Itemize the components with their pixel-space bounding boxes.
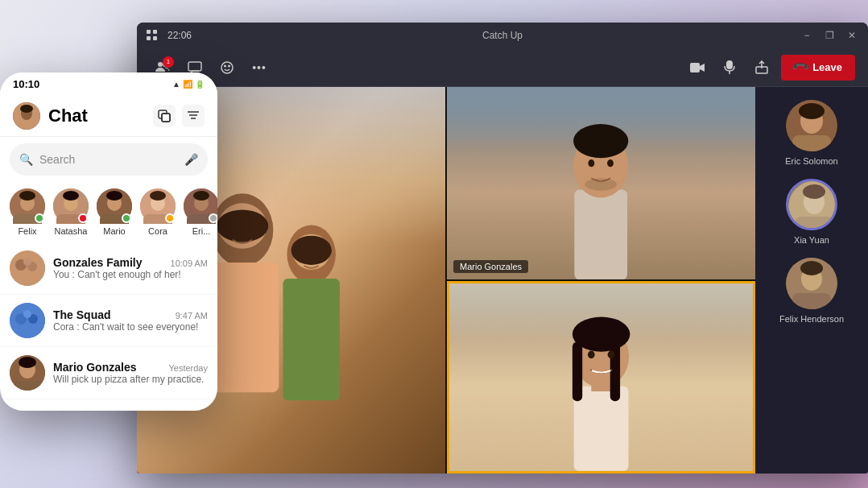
- video-area: Mario Gonzales: [137, 87, 755, 474]
- participant-xia[interactable]: Xia Yuan: [762, 179, 862, 245]
- svg-point-56: [63, 191, 79, 201]
- svg-point-38: [803, 184, 825, 199]
- chat-preview-gonzales: You : Can't get enough of her!: [53, 269, 208, 280]
- svg-rect-28: [572, 342, 582, 402]
- contact-cora[interactable]: Cora: [140, 188, 176, 236]
- contact-avatar-mario: [97, 188, 132, 224]
- contact-natasha[interactable]: Natasha: [53, 188, 89, 236]
- svg-point-77: [23, 310, 31, 318]
- svg-point-68: [193, 191, 209, 201]
- svg-point-60: [106, 191, 122, 201]
- svg-rect-39: [795, 217, 833, 230]
- chat-header: Chat: [0, 95, 217, 137]
- camera-button[interactable]: [684, 55, 710, 81]
- mario-name-tag: Mario Gonzales: [453, 260, 528, 273]
- contact-mario[interactable]: Mario: [97, 188, 132, 236]
- contacts-row: Felix Natasha: [0, 182, 217, 242]
- svg-rect-6: [690, 63, 700, 72]
- svg-point-13: [217, 209, 269, 242]
- chat-time-squad: 9:47 AM: [176, 311, 208, 321]
- chat-item-gonzales[interactable]: Gonzales Family 10:09 AM You : Can't get…: [0, 242, 217, 295]
- main-content: Mario Gonzales: [137, 87, 868, 474]
- chat-name-squad: The Squad: [53, 308, 111, 321]
- more-label: •••: [252, 61, 267, 74]
- video-tile-woman: [447, 281, 755, 474]
- participant-felix-name: Felix Henderson: [779, 314, 844, 324]
- contact-avatar-felix: [10, 188, 45, 224]
- filter-icon[interactable]: [182, 105, 205, 127]
- chat-content-gonzales: Gonzales Family 10:09 AM You : Can't get…: [53, 256, 208, 280]
- contact-felix[interactable]: Felix: [10, 188, 45, 236]
- svg-rect-2: [188, 62, 201, 71]
- chat-item-mario[interactable]: Mario Gonzales Yesterday Will pick up pi…: [0, 347, 217, 399]
- teams-window: 22:06 Catch Up − ❐ ✕ 1: [137, 23, 868, 474]
- search-icon: 🔍: [19, 153, 33, 166]
- svg-point-31: [608, 351, 615, 359]
- mic-button[interactable]: [717, 55, 742, 81]
- svg-rect-16: [283, 279, 340, 400]
- svg-rect-35: [792, 135, 831, 151]
- toolbar-right: 📞 Leave: [684, 55, 855, 81]
- contact-name-felix: Felix: [18, 226, 36, 236]
- chat-header-icons: [153, 105, 205, 127]
- close-button[interactable]: ✕: [845, 29, 858, 42]
- toolbar: 1 •••: [137, 48, 868, 87]
- contact-avatar-eri: [184, 188, 217, 224]
- title-bar: 22:06 Catch Up − ❐ ✕: [137, 23, 868, 48]
- chat-content-mario: Mario Gonzales Yesterday Will pick up pi…: [53, 361, 208, 385]
- contact-eri[interactable]: Eri...: [184, 188, 217, 236]
- phone-status-icons: ▲ 📶 🔋: [172, 80, 205, 89]
- mario-preview-text: Will pick up pizza after my practice.: [53, 374, 204, 385]
- chat-item-squad[interactable]: The Squad 9:47 AM Cora : Can't wait to s…: [0, 295, 217, 347]
- window-title: Catch Up: [482, 30, 523, 41]
- svg-point-3: [221, 62, 233, 73]
- participants-sidebar: Eric Solomon Xia Yuan: [755, 87, 868, 474]
- minimize-button[interactable]: −: [800, 29, 813, 42]
- search-placeholder: Search: [39, 153, 178, 166]
- chat-avatar-mario: [10, 355, 45, 391]
- svg-point-52: [19, 191, 35, 201]
- svg-point-74: [10, 303, 45, 338]
- leave-button[interactable]: 📞 Leave: [781, 55, 855, 81]
- phone-overlay: 10:10 ▲ 📶 🔋 Chat: [0, 72, 217, 411]
- svg-rect-29: [610, 342, 620, 402]
- participant-eric[interactable]: Eric Solomon: [762, 100, 862, 166]
- svg-point-17: [291, 236, 332, 265]
- chat-item-top-squad: The Squad 9:47 AM: [53, 308, 208, 321]
- participant-eric-name: Eric Solomon: [785, 156, 837, 166]
- signal-icon: 📶: [183, 80, 192, 89]
- participant-felix[interactable]: Felix Henderson: [762, 258, 862, 324]
- svg-point-4: [225, 65, 226, 67]
- leave-label: Leave: [812, 61, 842, 73]
- chat-avatar-squad: [10, 303, 45, 338]
- svg-point-42: [800, 261, 823, 275]
- svg-point-23: [585, 178, 617, 191]
- chat-list: Gonzales Family 10:09 AM You : Can't get…: [0, 242, 217, 411]
- more-options-icon[interactable]: •••: [246, 55, 272, 81]
- chat-time-gonzales: 10:09 AM: [171, 258, 208, 268]
- contact-avatar-natasha: [53, 188, 89, 224]
- restore-button[interactable]: ❐: [823, 29, 836, 42]
- avatar-eric: [786, 100, 837, 151]
- mic-search-icon[interactable]: 🎤: [184, 153, 198, 166]
- battery-icon: 🔋: [195, 80, 205, 89]
- video-tile-mario: Mario Gonzales: [447, 87, 755, 279]
- compose-icon[interactable]: [153, 105, 176, 127]
- share-button[interactable]: [749, 55, 775, 81]
- gonzales-preview-text: Can't get enough of her!: [77, 269, 180, 280]
- chat-name-gonzales: Gonzales Family: [53, 256, 142, 269]
- grid-icon[interactable]: [147, 30, 158, 41]
- svg-rect-43: [792, 293, 831, 309]
- svg-point-73: [23, 258, 31, 266]
- svg-point-64: [150, 191, 166, 201]
- title-bar-left: 22:06: [147, 30, 192, 41]
- contact-name-cora: Cora: [148, 226, 167, 236]
- phone-time: 10:10: [13, 78, 39, 90]
- svg-rect-7: [726, 60, 733, 69]
- emoji-icon[interactable]: [214, 55, 240, 81]
- svg-point-20: [573, 124, 628, 158]
- svg-rect-48: [162, 114, 170, 122]
- contact-name-natasha: Natasha: [55, 226, 88, 236]
- chat-avatar: [13, 102, 40, 130]
- search-bar[interactable]: 🔍 Search 🎤: [10, 143, 208, 176]
